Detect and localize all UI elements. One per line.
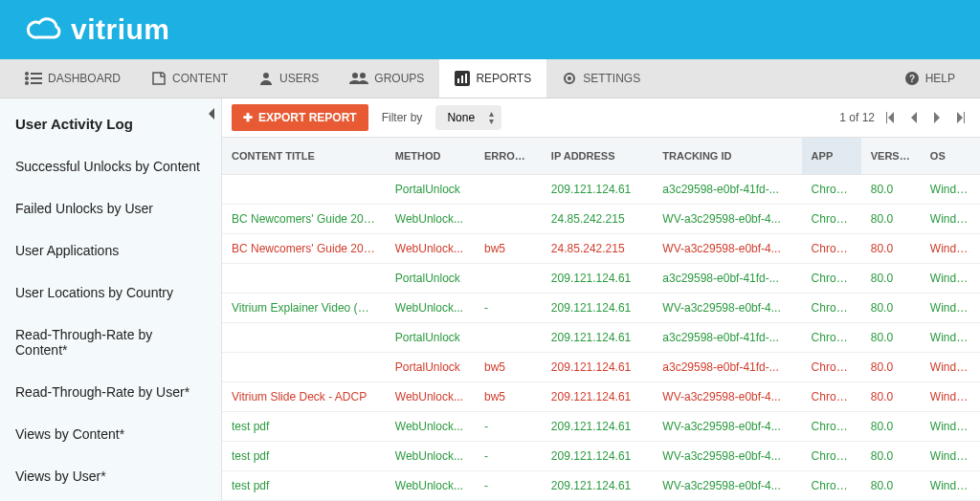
table-row[interactable]: Vitrium Explainer Video (M...WebUnlock..… <box>222 294 980 323</box>
nav-groups[interactable]: GROUPS <box>334 60 439 97</box>
nav-help[interactable]: ? HELP <box>889 59 970 98</box>
nav-label: GROUPS <box>374 72 424 85</box>
filter-select[interactable]: None <box>435 105 501 130</box>
cell-app: Chrome <box>802 412 861 442</box>
cell-os: Windows <box>921 234 980 264</box>
table-row[interactable]: BC Newcomers' Guide 201...WebUnlock...bw… <box>222 234 980 264</box>
cell-method: WebUnlock... <box>386 382 475 412</box>
sidebar-item-4[interactable]: Read-Through-Rate by Content* <box>0 314 221 371</box>
cell-app: Chrome <box>802 471 861 501</box>
cell-app: Chrome <box>802 234 861 264</box>
cell-tracking: WV-a3c29598-e0bf-4... <box>653 382 801 412</box>
last-page-button[interactable] <box>951 108 970 127</box>
first-page-button[interactable] <box>880 108 900 127</box>
table-row[interactable]: test pdfWebUnlock...-209.121.124.61WV-a3… <box>222 442 980 471</box>
sidebar-item-6[interactable]: Views by Content* <box>0 413 221 455</box>
cell-app: Chrome <box>802 382 861 412</box>
cell-title: Vitrium Explainer Video (M... <box>222 294 386 323</box>
nav-users[interactable]: USERS <box>243 59 334 98</box>
prev-page-button[interactable] <box>905 108 923 127</box>
svg-rect-11 <box>461 76 463 83</box>
cell-error <box>475 205 542 234</box>
sidebar-collapse-button[interactable] <box>208 106 215 123</box>
col-method[interactable]: METHOD <box>386 138 475 175</box>
cell-ip: 24.85.242.215 <box>542 205 653 234</box>
cell-error: - <box>475 471 542 501</box>
chart-icon <box>455 71 470 86</box>
cell-title <box>222 175 386 205</box>
cell-ip: 209.121.124.61 <box>542 264 653 294</box>
cell-error <box>475 323 542 353</box>
cell-tracking: WV-a3c29598-e0bf-4... <box>653 412 801 442</box>
col-version[interactable]: VERSION <box>861 138 921 175</box>
cell-version: 80.0 <box>861 442 921 471</box>
nav-content[interactable]: CONTENT <box>136 59 243 98</box>
cell-method: WebUnlock... <box>386 234 475 264</box>
table-row[interactable]: Vitrium Slide Deck - ADCPWebUnlock...bw5… <box>222 382 980 412</box>
cell-title <box>222 264 386 294</box>
cell-error: bw5 <box>475 382 542 412</box>
cell-os: Windows <box>921 294 980 323</box>
nav-settings[interactable]: SETTINGS <box>546 59 656 98</box>
cell-error: - <box>475 294 542 323</box>
sidebar-item-3[interactable]: User Locations by Country <box>0 272 221 314</box>
cell-method: WebUnlock... <box>386 442 475 471</box>
col-tracking-id[interactable]: TRACKING ID <box>653 138 801 175</box>
nav-label: USERS <box>279 72 319 85</box>
export-report-button[interactable]: ✚ EXPORT REPORT <box>232 104 368 131</box>
cell-app: Chrome <box>802 442 861 471</box>
table-row[interactable]: PortalUnlockbw5209.121.124.61a3c29598-e0… <box>222 353 980 382</box>
cell-method: WebUnlock... <box>386 412 475 442</box>
nav-reports[interactable]: REPORTS <box>439 59 546 98</box>
sidebar-item-0[interactable]: Successful Unlocks by Content <box>0 145 221 187</box>
nav-label: DASHBOARD <box>48 72 121 85</box>
error-help-icon[interactable]: ? <box>526 149 540 163</box>
user-icon <box>258 71 274 86</box>
cell-tracking: WV-a3c29598-e0bf-4... <box>653 234 801 264</box>
gear-icon <box>562 71 577 86</box>
table-row[interactable]: PortalUnlock209.121.124.61a3c29598-e0bf-… <box>222 175 980 205</box>
cell-method: WebUnlock... <box>386 205 475 234</box>
cell-title <box>222 323 386 353</box>
svg-rect-10 <box>457 78 459 83</box>
app-header: vitrium <box>0 0 980 59</box>
cell-error <box>475 175 542 205</box>
cell-tracking: a3c29598-e0bf-41fd-... <box>653 175 801 205</box>
table-row[interactable]: PortalUnlock209.121.124.61a3c29598-e0bf-… <box>222 323 980 353</box>
table-row[interactable]: PortalUnlock209.121.124.61a3c29598-e0bf-… <box>222 264 980 294</box>
cell-method: PortalUnlock <box>386 264 475 294</box>
cell-os: Windows <box>921 412 980 442</box>
cell-title <box>222 353 386 382</box>
cell-ip: 209.121.124.61 <box>542 175 653 205</box>
col-content-title[interactable]: CONTENT TITLE <box>222 138 386 175</box>
sidebar-item-2[interactable]: User Applications <box>0 229 221 272</box>
sidebar-item-7[interactable]: Views by User* <box>0 455 221 497</box>
nav-dashboard[interactable]: DASHBOARD <box>10 60 136 97</box>
group-icon <box>349 72 368 85</box>
cell-os: Windows <box>921 323 980 353</box>
next-page-button[interactable] <box>928 108 946 127</box>
cell-title: BC Newcomers' Guide 201... <box>222 205 386 234</box>
nav-label: SETTINGS <box>583 72 640 85</box>
cell-app: Chrome <box>802 294 861 323</box>
cell-os: Windows <box>921 353 980 382</box>
col-ip-address[interactable]: IP ADDRESS <box>542 138 653 175</box>
cell-version: 80.0 <box>861 205 921 234</box>
table-row[interactable]: BC Newcomers' Guide 201...WebUnlock...24… <box>222 205 980 234</box>
col-error[interactable]: ERROR? <box>475 138 542 175</box>
cell-app: Chrome <box>802 175 861 205</box>
col-app[interactable]: APP <box>802 138 861 175</box>
pagination: 1 of 12 <box>839 108 970 127</box>
sidebar-item-1[interactable]: Failed Unlocks by User <box>0 187 221 229</box>
table-row[interactable]: test pdfWebUnlock...-209.121.124.61WV-a3… <box>222 471 980 501</box>
sidebar-item-8[interactable]: Time Spent by Content* <box>0 497 221 501</box>
col-os[interactable]: OS <box>921 138 980 175</box>
table-row[interactable]: test pdfWebUnlock...-209.121.124.61WV-a3… <box>222 412 980 442</box>
cell-version: 80.0 <box>861 234 921 264</box>
cell-tracking: WV-a3c29598-e0bf-4... <box>653 205 801 234</box>
svg-rect-3 <box>31 73 42 75</box>
cell-ip: 209.121.124.61 <box>542 353 653 382</box>
sidebar-item-5[interactable]: Read-Through-Rate by User* <box>0 371 221 413</box>
cell-ip: 24.85.242.215 <box>542 234 653 264</box>
cell-ip: 209.121.124.61 <box>542 382 653 412</box>
